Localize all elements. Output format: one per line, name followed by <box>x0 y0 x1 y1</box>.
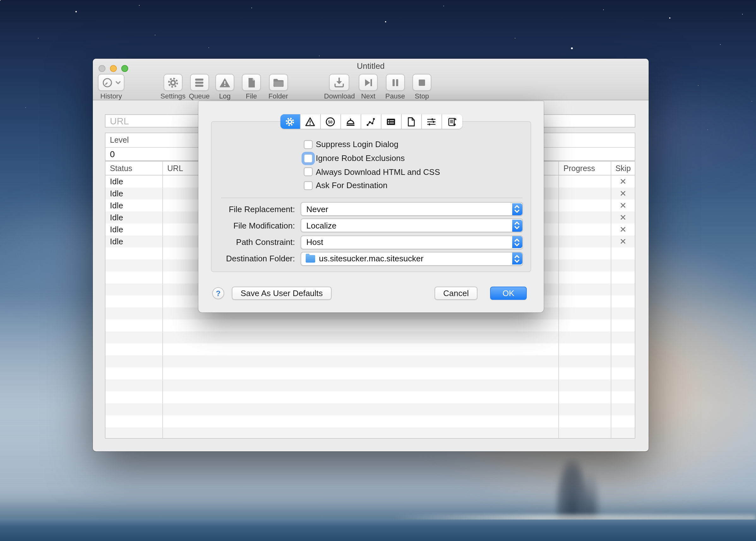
settings-sheet: 50 <box>198 101 544 312</box>
gear-icon <box>167 76 179 89</box>
skip-cell <box>611 343 635 355</box>
pause-button[interactable] <box>386 74 405 91</box>
sheet-button-row: ? Save As User Defaults Cancel OK <box>198 286 544 300</box>
column-header-status[interactable]: Status <box>105 162 163 175</box>
progress-cell <box>559 176 611 188</box>
skip-x-icon[interactable]: ✕ <box>620 237 627 246</box>
skip-x-icon[interactable]: ✕ <box>620 177 627 186</box>
skip-cell <box>611 319 635 331</box>
popup-value: Localize <box>306 221 336 231</box>
skip-cell <box>611 415 635 427</box>
progress-cell <box>559 307 611 319</box>
rock-silhouette <box>580 472 601 520</box>
scroll-icon <box>447 117 457 127</box>
toolbar-label: Log <box>219 92 231 100</box>
log-button[interactable] <box>215 74 234 91</box>
tab-requests[interactable] <box>341 114 361 129</box>
tab-general[interactable] <box>280 114 300 129</box>
path-icon <box>366 117 376 127</box>
destination-folder-popup[interactable]: us.sitesucker.mac.sitesucker <box>301 252 523 266</box>
bell-icon <box>345 117 356 127</box>
toolbar-item-queue: Queue <box>189 74 210 100</box>
status-cell <box>105 260 163 271</box>
tab-limits[interactable]: 50 <box>321 114 341 129</box>
warning-icon <box>305 117 315 127</box>
tab-warnings[interactable] <box>300 114 321 129</box>
url-cell <box>163 391 559 403</box>
settings-button[interactable] <box>164 74 183 91</box>
checkbox-group: Suppress Login Dialog Ignore Robot Exclu… <box>304 138 440 193</box>
status-cell <box>105 355 163 367</box>
next-button[interactable] <box>359 74 378 91</box>
status-cell: Idle <box>105 212 163 224</box>
tab-advanced[interactable] <box>422 114 442 129</box>
status-cell <box>105 271 163 283</box>
ok-button[interactable]: OK <box>490 286 527 300</box>
progress-cell <box>559 355 611 367</box>
skip-x-icon[interactable]: ✕ <box>620 201 627 210</box>
toolbar-item-history: History <box>98 74 124 100</box>
progress-cell <box>559 224 611 236</box>
help-button[interactable]: ? <box>212 287 224 299</box>
skip-x-icon[interactable]: ✕ <box>620 213 627 222</box>
progress-cell <box>559 260 611 271</box>
toolbar-item-log: Log <box>215 74 234 100</box>
tab-file-types[interactable] <box>401 114 422 129</box>
column-header-skip[interactable]: Skip <box>611 162 635 175</box>
pause-icon <box>389 77 401 88</box>
popup-row: Path Constraint: Host <box>212 235 523 249</box>
column-header-progress[interactable]: Progress <box>559 162 611 175</box>
tab-webforms[interactable] <box>381 114 401 129</box>
queue-row <box>105 367 635 379</box>
popup-row: File Replacement: Never <box>212 202 523 216</box>
skip-x-icon[interactable]: ✕ <box>620 189 627 198</box>
sea <box>0 520 756 541</box>
stop-icon <box>416 77 428 88</box>
status-cell <box>105 367 163 379</box>
skip-cell <box>611 355 635 367</box>
path-constraint-popup[interactable]: Host <box>301 235 523 249</box>
cancel-button[interactable]: Cancel <box>435 286 477 300</box>
status-cell <box>105 295 163 307</box>
suppress-login-dialog-checkbox[interactable] <box>304 140 313 149</box>
ask-for-destination-checkbox[interactable] <box>304 181 313 190</box>
queue-list-icon <box>193 77 205 88</box>
horizon-light <box>392 514 756 523</box>
file-replacement-popup[interactable]: Never <box>301 202 523 216</box>
stop-button[interactable] <box>412 74 431 91</box>
queue-button[interactable] <box>190 74 209 91</box>
always-download-html-css-checkbox[interactable] <box>304 167 313 176</box>
toolbar-item-folder: Folder <box>268 74 288 100</box>
toolbar-label: File <box>246 92 257 100</box>
file-modification-popup[interactable]: Localize <box>301 219 523 233</box>
ignore-robot-exclusions-checkbox[interactable] <box>304 154 313 163</box>
window-title: Untitled <box>93 61 649 71</box>
folder-button[interactable] <box>269 74 288 91</box>
skip-x-icon[interactable]: ✕ <box>620 225 627 234</box>
progress-cell <box>559 248 611 260</box>
blue-folder-icon <box>306 255 315 263</box>
status-cell <box>105 331 163 343</box>
url-cell <box>163 379 559 391</box>
popup-value: Never <box>306 204 328 214</box>
save-as-user-defaults-button[interactable]: Save As User Defaults <box>232 286 332 300</box>
progress-cell <box>559 319 611 331</box>
skip-cell: ✕ <box>611 188 635 200</box>
status-cell <box>105 248 163 260</box>
url-cell <box>163 331 559 343</box>
progress-cell <box>559 295 611 307</box>
tab-paths[interactable] <box>361 114 381 129</box>
progress-cell <box>559 331 611 343</box>
history-button[interactable] <box>98 74 124 91</box>
status-cell: Idle <box>105 176 163 188</box>
checkbox-row: Always Download HTML and CSS <box>304 165 440 179</box>
popup-value: us.sitesucker.mac.sitesucker <box>319 254 423 264</box>
download-button[interactable] <box>329 74 350 91</box>
tab-log[interactable] <box>442 114 462 129</box>
status-cell <box>105 379 163 391</box>
speed-limit-icon: 50 <box>325 117 335 127</box>
url-cell <box>163 403 559 415</box>
skip-cell <box>611 295 635 307</box>
titlebar: Untitled History <box>93 59 649 100</box>
file-button[interactable] <box>242 74 261 91</box>
